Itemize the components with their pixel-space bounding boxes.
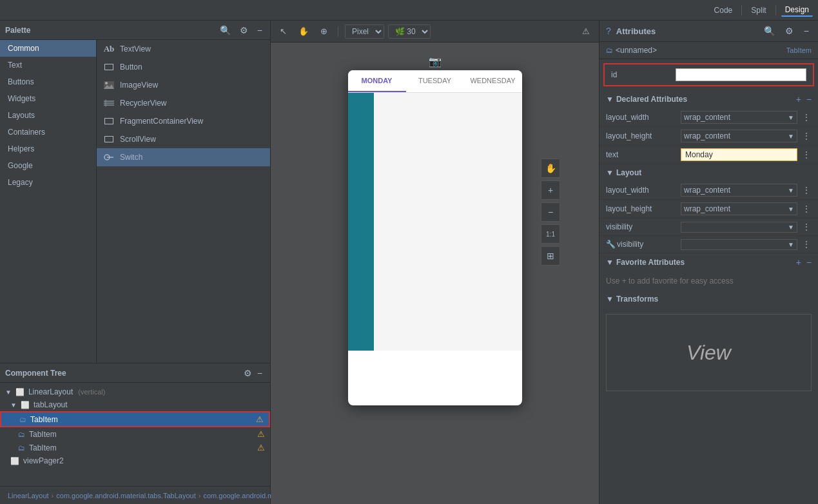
- category-layouts[interactable]: Layouts: [0, 107, 96, 124]
- design-tool-hand[interactable]: ✋: [295, 25, 313, 37]
- palette-item-fragmentcontainerview[interactable]: FragmentContainerView: [97, 112, 270, 130]
- visibility-wrench-row: 🔧visibility ▼ ⋮: [599, 236, 818, 253]
- tree-item-viewpager2[interactable]: ⬜ viewPager2: [0, 454, 270, 467]
- attr-gear-btn[interactable]: ⚙: [783, 24, 796, 37]
- canvas-side-controls: ✋ + − 1:1 ⊞: [541, 159, 560, 266]
- phone-tab-monday[interactable]: MONDAY: [348, 70, 406, 92]
- switch-label: Switch: [120, 153, 142, 162]
- layout-height-dropdown[interactable]: wrap_content ▼: [681, 202, 797, 215]
- api-selector[interactable]: 🌿 30: [388, 24, 431, 39]
- favorite-hint: Use + to add favorite for easy access: [599, 271, 818, 291]
- attr-id-row: id: [603, 63, 814, 86]
- declared-layout-width-dropdown[interactable]: wrap_content ▼: [681, 111, 797, 124]
- category-legacy[interactable]: Legacy: [0, 174, 96, 191]
- tabitem2-label: TabItem: [29, 430, 57, 439]
- recyclerview-icon: [103, 97, 115, 109]
- palette-item-recyclerview[interactable]: RecyclerView: [97, 94, 270, 112]
- layout-height-extra[interactable]: ⋮: [801, 203, 812, 215]
- declared-text-input[interactable]: [681, 148, 797, 161]
- palette-item-switch[interactable]: Switch: [97, 148, 270, 166]
- category-containers[interactable]: Containers: [0, 124, 96, 141]
- category-helpers[interactable]: Helpers: [0, 141, 96, 157]
- declared-plus[interactable]: +: [796, 94, 801, 104]
- visibility-wrench-extra[interactable]: ⋮: [801, 238, 812, 250]
- phone-tab-bar: MONDAY TUESDAY WEDNESDAY: [348, 70, 522, 93]
- tabitem1-label: TabItem: [30, 415, 58, 424]
- visibility-dropdown[interactable]: ▼: [681, 222, 797, 233]
- declared-layout-height-row: layout_height wrap_content ▼ ⋮: [599, 127, 818, 146]
- category-widgets[interactable]: Widgets: [0, 90, 96, 107]
- favorite-minus[interactable]: −: [806, 257, 812, 267]
- warning-btn[interactable]: ⚠: [578, 25, 594, 37]
- breadcrumb: LinearLayout › com.google.android.materi…: [0, 486, 270, 504]
- palette-close-btn[interactable]: −: [255, 24, 265, 37]
- palette-item-button[interactable]: Button: [97, 58, 270, 76]
- palette-item-scrollview[interactable]: ScrollView: [97, 130, 270, 148]
- palette-search-btn[interactable]: 🔍: [217, 24, 233, 37]
- category-buttons[interactable]: Buttons: [0, 73, 96, 90]
- layout-title: Layout: [616, 168, 812, 177]
- tree-item-tablayout[interactable]: ▼ ⬜ tabLayout: [0, 398, 270, 411]
- declared-attrs-title: Declared Attributes: [616, 95, 794, 104]
- attr-search-btn[interactable]: 🔍: [761, 24, 777, 37]
- favorite-plus[interactable]: +: [796, 257, 801, 267]
- design-btn[interactable]: Design: [781, 4, 813, 17]
- attr-close-btn[interactable]: −: [801, 24, 812, 37]
- visibility-label: visibility: [606, 222, 677, 231]
- declared-attrs-section[interactable]: ▼ Declared Attributes + −: [599, 90, 818, 108]
- phone-tab-wednesday[interactable]: WEDNESDAY: [464, 70, 522, 92]
- design-tool-cursor[interactable]: ↖: [276, 25, 291, 37]
- breadcrumb-linearlayout[interactable]: LinearLayout: [8, 492, 49, 499]
- palette-item-textview[interactable]: Ab TextView: [97, 40, 270, 58]
- phone-sidebar: [348, 93, 374, 351]
- fit-btn[interactable]: ⊞: [541, 246, 560, 266]
- phone-tab-tuesday[interactable]: TUESDAY: [406, 70, 464, 92]
- declared-layout-width-extra[interactable]: ⋮: [801, 111, 812, 123]
- design-tool-pan[interactable]: ⊕: [316, 25, 331, 37]
- phone-mockup: MONDAY TUESDAY WEDNESDAY: [348, 70, 522, 405]
- declared-layout-width-arrow: ▼: [788, 114, 794, 121]
- code-btn[interactable]: Code: [710, 5, 737, 16]
- declared-chevron: ▼: [606, 95, 614, 104]
- zoom-in-btn[interactable]: +: [541, 180, 560, 200]
- declared-text-label: text: [606, 150, 677, 159]
- tree-item-tabitem2[interactable]: 🗂 TabItem ⚠: [0, 427, 270, 441]
- declared-layout-height-extra[interactable]: ⋮: [801, 130, 812, 142]
- center-panel: ↖ ✋ ⊕ Pixel 🌿 30 ⚠ 📷: [271, 21, 599, 504]
- breadcrumb-tablayout[interactable]: com.google.android.material.tabs.TabLayo…: [56, 492, 195, 499]
- component-tree-gear-btn[interactable]: ⚙: [241, 367, 255, 380]
- palette-gear-btn[interactable]: ⚙: [237, 24, 251, 37]
- tree-item-tabitem3[interactable]: 🗂 TabItem ⚠: [0, 441, 270, 454]
- layout-width-val: wrap_content: [684, 186, 785, 195]
- id-input[interactable]: [676, 68, 806, 81]
- declared-minus[interactable]: −: [806, 94, 812, 104]
- declared-layout-height-dropdown[interactable]: wrap_content ▼: [681, 130, 797, 142]
- split-btn[interactable]: Split: [747, 5, 770, 16]
- hand-tool-btn[interactable]: ✋: [541, 159, 560, 178]
- transforms-section[interactable]: ▼ Transforms: [599, 291, 818, 307]
- category-common[interactable]: Common: [0, 40, 96, 57]
- component-tree-close-btn[interactable]: −: [255, 367, 265, 380]
- device-selector[interactable]: Pixel: [345, 24, 384, 39]
- visibility-wrench-dropdown[interactable]: ▼: [681, 239, 797, 250]
- layout-width-dropdown[interactable]: wrap_content ▼: [681, 184, 797, 197]
- palette-item-imageview[interactable]: ImageView: [97, 76, 270, 94]
- zoom-out-btn[interactable]: −: [541, 202, 560, 222]
- category-google[interactable]: Google: [0, 157, 96, 174]
- transforms-title: Transforms: [616, 295, 812, 304]
- favorite-section[interactable]: ▼ Favorite Attributes + −: [599, 253, 818, 271]
- help-icon[interactable]: ?: [606, 26, 611, 36]
- layout-section[interactable]: ▼ Layout: [599, 164, 818, 181]
- component-name: <unnamed>: [616, 46, 657, 55]
- declared-layout-height-val: wrap_content: [684, 131, 785, 141]
- zoom-reset-btn[interactable]: 1:1: [541, 224, 560, 244]
- phone-main: [374, 93, 522, 351]
- tree-item-linearlayout[interactable]: ▼ ⬜ LinearLayout (vertical): [0, 385, 270, 398]
- layout-width-extra[interactable]: ⋮: [801, 184, 812, 196]
- visibility-extra[interactable]: ⋮: [801, 221, 812, 233]
- tabitem3-warning: ⚠: [257, 443, 265, 452]
- tree-item-tabitem1[interactable]: 🗂 TabItem ⚠: [0, 411, 270, 427]
- category-text[interactable]: Text: [0, 57, 96, 73]
- design-canvas[interactable]: 📷 MONDAY TUESDAY WEDNESDAY: [271, 43, 599, 504]
- declared-text-extra[interactable]: ⋮: [801, 149, 812, 160]
